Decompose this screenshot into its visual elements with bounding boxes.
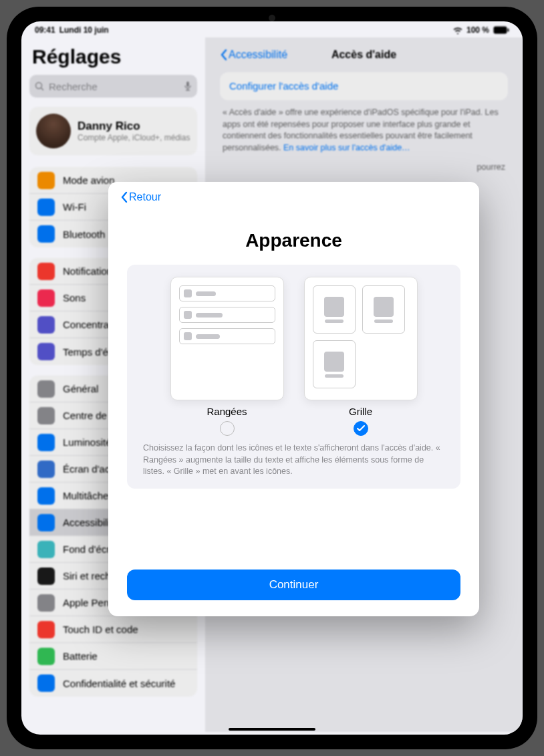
radio-grid[interactable] <box>354 421 368 436</box>
continue-button[interactable]: Continuer <box>127 570 460 600</box>
sidebar-item-label: Mode avion <box>63 174 115 186</box>
sidebar-item-icon <box>37 407 55 424</box>
radio-rows[interactable] <box>220 421 235 436</box>
learn-more-link[interactable]: En savoir plus sur l'accès d'aide… <box>283 143 410 152</box>
svg-rect-4 <box>186 82 189 87</box>
sidebar-item-label: Général <box>63 383 98 394</box>
sidebar-item-icon <box>37 434 55 451</box>
sidebar-item[interactable]: Touch ID et code <box>29 616 197 643</box>
sidebar-item-icon <box>37 648 55 665</box>
detail-description-2: If you need… pourrez <box>220 162 508 174</box>
sidebar-item[interactable]: Batterie <box>29 643 197 670</box>
svg-rect-0 <box>494 27 507 34</box>
sidebar-item-icon <box>37 199 55 216</box>
sidebar-item-icon <box>37 487 55 505</box>
sidebar-item-label: Confidentialité et sécurité <box>63 678 175 689</box>
sidebar-item-icon <box>37 541 55 558</box>
sidebar-item-label: Bluetooth <box>63 229 105 240</box>
detail-description: « Accès d'aide » offre une expérience d'… <box>220 107 508 154</box>
sidebar-item[interactable]: Confidentialité et sécurité <box>29 670 197 697</box>
sidebar-item-icon <box>37 461 55 478</box>
status-time: 09:41 <box>35 25 55 35</box>
option-rows[interactable]: Rangées <box>170 277 284 436</box>
sidebar-item-icon <box>37 380 55 398</box>
sidebar-item-icon <box>37 594 55 612</box>
sidebar-item-icon <box>37 172 55 189</box>
option-rows-label: Rangées <box>170 406 284 417</box>
sidebar-item-label: Batterie <box>63 650 98 662</box>
sidebar-item-icon <box>37 621 55 638</box>
sidebar-item-icon <box>37 343 55 360</box>
account-name: Danny Rico <box>78 120 190 133</box>
avatar <box>36 114 71 148</box>
sidebar-item-icon <box>37 289 55 307</box>
wifi-icon <box>453 27 462 34</box>
battery-icon <box>493 26 509 34</box>
sidebar-title: Réglages <box>32 45 194 68</box>
option-grid[interactable]: Grille <box>304 277 418 436</box>
sidebar-item-icon <box>37 514 55 531</box>
sidebar-item-label: Touch ID et code <box>63 624 138 635</box>
config-link-card[interactable]: Configurer l'accès d'aide <box>220 72 508 100</box>
svg-rect-1 <box>508 29 509 32</box>
detail-back[interactable]: Accessibilité <box>220 49 287 61</box>
modal-title: Apparence <box>120 230 467 251</box>
status-bar: 09:41 Lundi 10 juin 100 % <box>21 21 523 37</box>
appearance-modal: Retour Apparence Rangées <box>108 182 479 616</box>
grid-preview-icon <box>304 277 418 400</box>
search-icon <box>35 82 45 92</box>
sidebar-item-icon <box>37 263 55 280</box>
status-date: Lundi 10 juin <box>59 25 109 35</box>
sidebar-item-label: Wi-Fi <box>63 201 86 213</box>
sidebar-item-icon <box>37 225 55 243</box>
chevron-left-icon <box>220 49 227 61</box>
account-row[interactable]: Danny Rico Compte Apple, iCloud+, médias <box>29 107 197 155</box>
option-grid-label: Grille <box>304 406 418 417</box>
rows-preview-icon <box>170 277 284 400</box>
home-indicator[interactable] <box>229 728 315 731</box>
sidebar-item-label: Sons <box>63 292 86 303</box>
search-placeholder: Recherche <box>49 81 98 92</box>
detail-title: Accès d'aide <box>331 49 396 61</box>
sidebar-item-icon <box>37 316 55 334</box>
modal-back[interactable]: Retour <box>120 191 467 203</box>
svg-line-3 <box>41 88 44 90</box>
battery-pct: 100 % <box>466 25 489 35</box>
sidebar-item-icon <box>37 674 55 692</box>
svg-point-2 <box>36 82 42 88</box>
modal-hint: Choisissez la façon dont les icônes et l… <box>140 436 447 478</box>
chevron-left-icon <box>120 191 128 203</box>
sidebar-item-label: Multitâche <box>63 490 108 501</box>
search-input[interactable]: Recherche <box>29 75 197 98</box>
account-sub: Compte Apple, iCloud+, médias <box>78 133 190 142</box>
mic-icon[interactable] <box>184 81 192 92</box>
sidebar-item-icon <box>37 568 55 585</box>
